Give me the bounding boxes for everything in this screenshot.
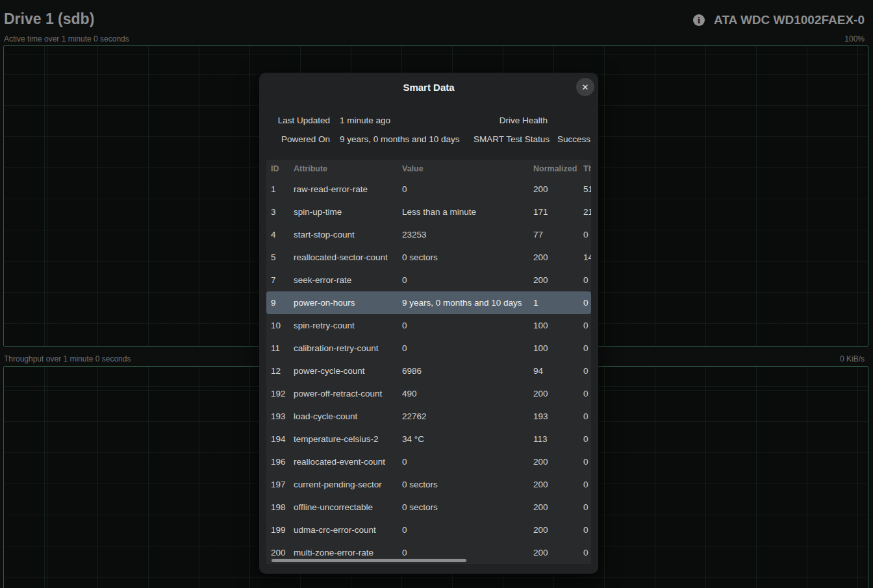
info-value — [557, 114, 603, 127]
cell-normalized: 77 — [533, 230, 583, 239]
cell-normalized: 200 — [533, 502, 583, 512]
table-row[interactable]: 12power-cycle-count6986940 — [266, 360, 591, 382]
table-row[interactable]: 5reallocated-sector-count0 sectors20014 — [266, 246, 591, 269]
cell-id: 3 — [271, 207, 294, 217]
cell-threshold: 0 — [583, 321, 591, 330]
cell-normalized: 200 — [533, 275, 583, 285]
close-button[interactable]: ✕ — [576, 78, 594, 96]
cell-normalized: 193 — [533, 411, 583, 421]
cell-id: 197 — [271, 480, 294, 489]
table-row[interactable]: 10spin-retry-count01000 — [266, 314, 591, 337]
cell-threshold: 0 — [583, 343, 591, 353]
cell-id: 200 — [271, 548, 294, 557]
info-label: Powered On — [259, 133, 330, 145]
table-row[interactable]: 197current-pending-sector0 sectors2000 — [266, 473, 591, 496]
table-row[interactable]: 193load-cycle-count227621930 — [266, 405, 591, 428]
table-row[interactable]: 1raw-read-error-rate020051 — [266, 178, 591, 201]
cell-attribute: start-stop-count — [294, 230, 402, 239]
cell-attribute: spin-retry-count — [294, 321, 402, 330]
cell-threshold: 0 — [583, 480, 591, 489]
table-row[interactable]: 9power-on-hours9 years, 0 months and 10 … — [266, 291, 591, 314]
cell-value: 6986 — [402, 366, 533, 376]
cell-attribute: reallocated-event-count — [294, 457, 402, 467]
cell-attribute: offline-uncorrectable — [294, 502, 402, 512]
column-header: Threshold — [583, 164, 591, 173]
cell-id: 10 — [271, 321, 294, 330]
cell-value: 490 — [402, 389, 533, 398]
cell-id: 7 — [271, 275, 294, 285]
device-model: ATA WDC WD1002FAEX-0 — [714, 13, 865, 27]
table-row[interactable]: 194temperature-celsius-234 °C1130 — [266, 428, 591, 450]
active-time-max-label: 100% — [844, 34, 865, 43]
cell-threshold: 0 — [583, 230, 591, 239]
cell-value: 9 years, 0 months and 10 days — [402, 298, 533, 308]
cell-normalized: 100 — [533, 321, 583, 330]
cell-attribute: multi-zone-error-rate — [294, 548, 402, 557]
cell-value: 0 — [402, 457, 533, 467]
table-row[interactable]: 199udma-crc-error-count02000 — [266, 519, 591, 541]
cell-value: 0 sectors — [402, 502, 533, 512]
cell-threshold: 0 — [583, 366, 591, 376]
cell-normalized: 200 — [533, 525, 583, 535]
info-value: 1 minute ago — [340, 114, 464, 127]
table-row[interactable]: 4start-stop-count23253770 — [266, 223, 591, 246]
smart-data-dialog: Smart Data ✕ Last Updated1 minute agoDri… — [259, 73, 598, 574]
cell-threshold: 0 — [583, 275, 591, 285]
cell-attribute: calibration-retry-count — [294, 343, 402, 353]
cell-normalized: 200 — [533, 389, 583, 398]
cell-normalized: 94 — [533, 366, 583, 376]
info-label: Drive Health — [474, 114, 548, 127]
cell-threshold: 0 — [583, 548, 591, 557]
cell-id: 12 — [271, 366, 294, 376]
cell-value: 34 °C — [402, 434, 533, 444]
cell-attribute: power-off-retract-count — [294, 389, 402, 398]
cell-value: 0 — [402, 343, 533, 353]
cell-normalized: 200 — [533, 548, 583, 557]
cell-id: 199 — [271, 525, 294, 535]
cell-threshold: 0 — [583, 525, 591, 535]
cell-value: 0 — [402, 525, 533, 535]
cell-id: 196 — [271, 457, 294, 467]
info-label: SMART Test Status — [474, 133, 548, 145]
cell-id: 1 — [271, 184, 294, 194]
cell-id: 194 — [271, 434, 294, 444]
cell-normalized: 200 — [533, 457, 583, 467]
cell-normalized: 113 — [533, 434, 583, 444]
cell-attribute: udma-crc-error-count — [294, 525, 402, 535]
smart-attributes-table: IDAttributeValueNormalizedThreshold 1raw… — [266, 160, 591, 564]
cell-value: 23253 — [402, 230, 533, 239]
cell-value: 0 — [402, 184, 533, 194]
active-time-label-row: Active time over 1 minute 0 seconds 100% — [4, 34, 865, 43]
table-row[interactable]: 3spin-up-timeLess than a minute17121 — [266, 201, 591, 223]
cell-attribute: seek-error-rate — [294, 275, 402, 285]
column-header: ID — [271, 164, 294, 173]
table-row[interactable]: 192power-off-retract-count4902000 — [266, 382, 591, 405]
cell-id: 193 — [271, 411, 294, 421]
column-header: Attribute — [294, 164, 402, 173]
cell-id: 4 — [271, 230, 294, 239]
cell-normalized: 100 — [533, 343, 583, 353]
table-row[interactable]: 196reallocated-event-count02000 — [266, 450, 591, 473]
column-header: Value — [402, 164, 533, 173]
cell-value: 0 sectors — [402, 252, 533, 262]
cell-threshold: 21 — [583, 207, 591, 217]
horizontal-scrollbar[interactable] — [272, 559, 466, 562]
info-label: Last Updated — [259, 114, 330, 127]
cell-threshold: 14 — [583, 252, 591, 262]
cell-attribute: current-pending-sector — [294, 480, 402, 489]
cell-id: 198 — [271, 502, 294, 512]
drive-info-summary: Last Updated1 minute agoDrive HealthPowe… — [259, 114, 603, 145]
cell-id: 192 — [271, 389, 294, 398]
device-header: i ATA WDC WD1002FAEX-0 — [693, 13, 865, 27]
table-row[interactable]: 11calibration-retry-count01000 — [266, 337, 591, 360]
info-icon: i — [693, 14, 705, 26]
table-row[interactable]: 7seek-error-rate02000 — [266, 269, 591, 291]
cell-attribute: load-cycle-count — [294, 411, 402, 421]
column-header: Normalized — [533, 164, 583, 173]
cell-threshold: 0 — [583, 389, 591, 398]
cell-attribute: temperature-celsius-2 — [294, 434, 402, 444]
cell-id: 9 — [271, 298, 294, 308]
info-value: Success — [557, 133, 603, 145]
table-row[interactable]: 198offline-uncorrectable0 sectors2000 — [266, 496, 591, 519]
storage-drive-page: Drive 1 (sdb) i ATA WDC WD1002FAEX-0 Act… — [0, 0, 873, 588]
